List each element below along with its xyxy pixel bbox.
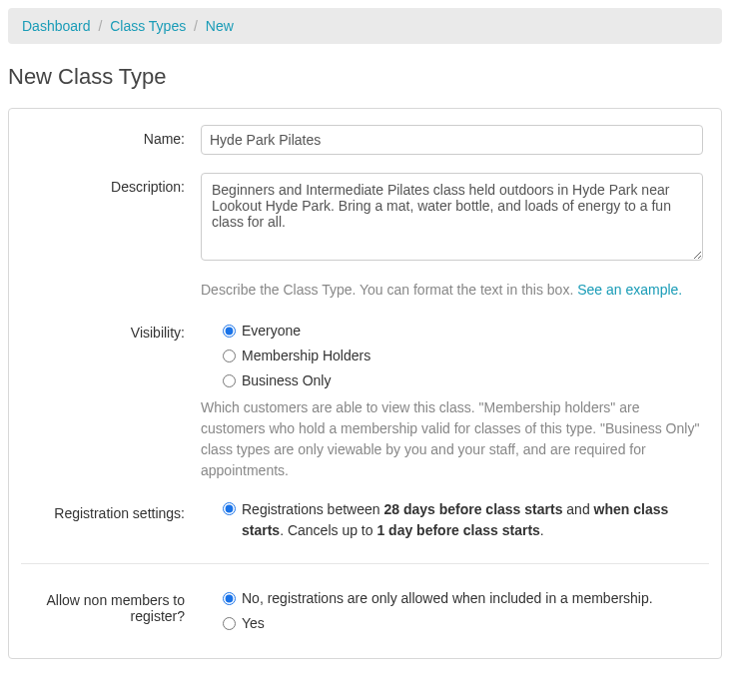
form-panel: Name: Description: Beginners and Interme…: [8, 108, 722, 659]
label-name: Name:: [21, 125, 201, 147]
non-members-no-label[interactable]: No, registrations are only allowed when …: [242, 588, 653, 609]
page-title: New Class Type: [8, 64, 722, 90]
non-members-yes-label[interactable]: Yes: [242, 613, 265, 634]
visibility-everyone-label[interactable]: Everyone: [242, 321, 301, 342]
visibility-everyone-radio[interactable]: [223, 325, 236, 338]
label-visibility: Visibility:: [21, 319, 201, 341]
label-description: Description:: [21, 173, 201, 195]
label-registration: Registration settings:: [21, 499, 201, 521]
breadcrumb-separator: /: [194, 18, 198, 34]
description-help: Describe the Class Type. You can format …: [201, 280, 703, 301]
breadcrumb-separator: /: [98, 18, 102, 34]
registration-option-radio[interactable]: [223, 502, 236, 515]
non-members-yes-radio[interactable]: [223, 617, 236, 630]
breadcrumb-dashboard[interactable]: Dashboard: [22, 18, 91, 34]
breadcrumb: Dashboard / Class Types / New: [8, 8, 722, 44]
name-input[interactable]: [201, 125, 703, 155]
visibility-business-radio[interactable]: [223, 374, 236, 387]
description-textarea[interactable]: Beginners and Intermediate Pilates class…: [201, 173, 703, 261]
see-example-link[interactable]: See an example.: [577, 282, 682, 298]
label-non-members: Allow non members to register?: [21, 586, 201, 624]
registration-text: Registrations between 28 days before cla…: [242, 499, 703, 541]
visibility-help: Which customers are able to view this cl…: [201, 397, 703, 481]
non-members-no-radio[interactable]: [223, 592, 236, 605]
breadcrumb-class-types[interactable]: Class Types: [110, 18, 186, 34]
visibility-members-label[interactable]: Membership Holders: [242, 346, 370, 366]
visibility-members-radio[interactable]: [223, 350, 236, 362]
visibility-business-label[interactable]: Business Only: [242, 370, 331, 391]
breadcrumb-current: New: [206, 18, 234, 34]
